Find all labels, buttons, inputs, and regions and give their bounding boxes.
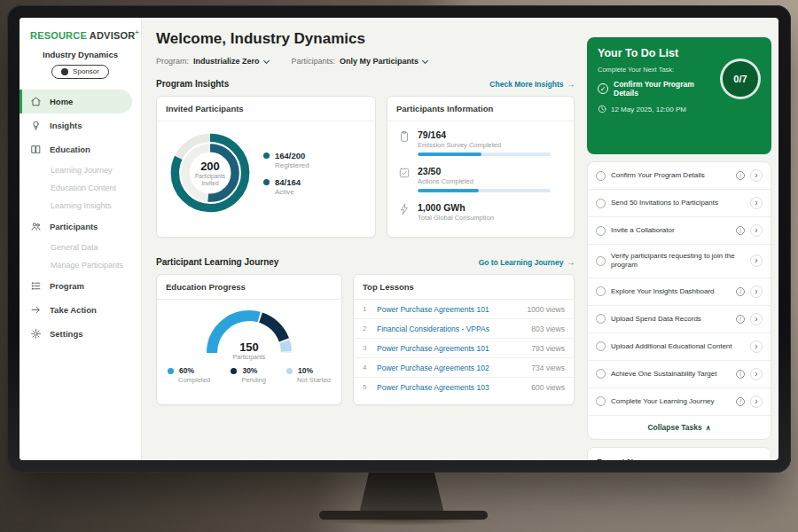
arrow-right-icon: → (567, 258, 575, 267)
chevron-right-icon[interactable]: › (750, 313, 763, 325)
people-icon (30, 221, 42, 232)
info-icon[interactable]: i (736, 226, 745, 235)
program-filter[interactable]: Program: Industrialize Zero (156, 57, 269, 66)
chevron-right-icon[interactable]: › (750, 395, 763, 408)
monitor-stand-base (319, 511, 488, 520)
task-row-complete-learning-journey[interactable]: Complete Your Learning Journey i › (588, 388, 771, 416)
lesson-rank: 4 (363, 364, 370, 372)
lesson-link[interactable]: Power Purchase Agreements 103 (377, 383, 524, 392)
info-icon[interactable]: i (736, 397, 745, 406)
lesson-rank: 1 (363, 305, 370, 313)
task-checkbox[interactable] (596, 199, 606, 208)
sponsor-icon (61, 68, 68, 75)
info-icon[interactable]: i (736, 370, 745, 379)
task-checkbox[interactable] (596, 171, 606, 181)
task-row-explore-insights[interactable]: Explore Your Insights Dashboard i › (588, 278, 771, 306)
sidebar-item-label: Program (50, 281, 84, 291)
emission-progress-fill (418, 153, 481, 156)
sidebar-item-general-data[interactable]: General Data (20, 239, 141, 256)
stat-label: Actions Completed (418, 177, 551, 185)
check-more-insights-link[interactable]: Check More Insights → (489, 80, 575, 89)
pending-dot (231, 368, 237, 374)
not-started-label: Not Started (297, 376, 331, 384)
top-lessons-title: Top Lessons (354, 275, 574, 300)
chevron-right-icon[interactable]: › (750, 224, 763, 237)
top-lessons-card: Top Lessons 1 Power Purchase Agreements … (353, 274, 575, 405)
sidebar-item-take-action[interactable]: Take Action (20, 298, 141, 322)
chevron-right-icon[interactable]: › (750, 286, 763, 298)
lesson-link[interactable]: Power Purchase Agreements 101 (377, 344, 524, 353)
todo-progress-ring: 0/7 (720, 59, 761, 99)
check-icon: ✓ (598, 83, 608, 94)
lesson-link[interactable]: Financial Considerations - VPPAs (377, 325, 524, 333)
collapse-tasks-button[interactable]: Collapse Tasks∧ (588, 416, 771, 439)
info-icon[interactable]: i (736, 315, 745, 324)
sidebar-item-home[interactable]: Home (20, 90, 132, 113)
lesson-row: 2 Financial Considerations - VPPAs 803 v… (354, 319, 574, 339)
sidebar-item-learning-insights[interactable]: Learning Insights (20, 197, 141, 215)
task-row-upload-educational-content[interactable]: Upload Additional Educational Content › (588, 333, 771, 361)
invited-card-title: Invited Participants (157, 97, 375, 121)
recent-news-title: Recent News (597, 457, 649, 460)
task-label: Invite a Collaborator (611, 226, 731, 235)
stat-value: 23/50 (418, 166, 551, 176)
chevron-right-icon[interactable]: › (750, 340, 763, 353)
participants-information-card: Participants Information 79/164 Emission… (387, 96, 575, 238)
task-row-upload-spend-data[interactable]: Upload Spend Data Records i › (588, 306, 771, 333)
task-checkbox[interactable] (596, 226, 606, 236)
sidebar-item-education-content[interactable]: Education Content (20, 179, 141, 197)
sidebar-item-settings[interactable]: Settings (20, 322, 141, 346)
sidebar-item-program[interactable]: Program (20, 274, 141, 298)
task-row-achieve-target[interactable]: Achieve One Sustainability Target i › (588, 361, 771, 388)
task-row-send-invitations[interactable]: Send 50 Invitations to Participants › (588, 190, 771, 217)
chevron-right-icon[interactable]: › (750, 197, 763, 209)
task-checkbox[interactable] (596, 256, 606, 266)
task-row-verify-participants[interactable]: Verify participants requesting to join t… (588, 245, 771, 278)
lesson-row: 5 Power Purchase Agreements 103 600 view… (354, 378, 574, 396)
task-checkbox[interactable] (596, 286, 606, 296)
chevron-right-icon[interactable]: › (750, 254, 763, 267)
chevron-right-icon[interactable]: › (750, 169, 763, 182)
sponsor-badge[interactable]: Sponsor (51, 65, 109, 79)
go-to-learning-journey-link[interactable]: Go to Learning Journey → (479, 258, 575, 267)
brand-secondary: ADVISOR (90, 30, 136, 41)
stat-emission-survey: 79/164 Emission Survey Completed (398, 129, 563, 156)
legend-completed: 60% Completed (168, 366, 210, 384)
active-value: 84/164 (275, 177, 301, 187)
info-card-body: 79/164 Emission Survey Completed 23/50 A… (387, 121, 574, 239)
sidebar-item-participants[interactable]: Participants (20, 215, 141, 239)
task-label: Confirm Your Program Details (611, 171, 731, 180)
lesson-rank: 2 (363, 325, 370, 332)
task-checkbox[interactable] (596, 341, 606, 351)
task-label: Complete Your Learning Journey (611, 397, 731, 406)
task-checkbox[interactable] (596, 314, 606, 324)
info-icon[interactable]: i (736, 287, 745, 296)
education-gauge-chart: 150 Participants (200, 305, 298, 360)
task-checkbox[interactable] (596, 396, 606, 406)
todo-task-list: Confirm Your Program Details i › Send 50… (587, 161, 771, 440)
lesson-row: 4 Power Purchase Agreements 102 734 view… (354, 358, 574, 378)
info-icon[interactable]: i (736, 171, 745, 180)
registered-value: 164/200 (275, 151, 305, 160)
invited-donut-chart: 200 Participants Invited (168, 130, 253, 215)
todo-title: Your To Do List (598, 47, 761, 59)
task-row-invite-collaborator[interactable]: Invite a Collaborator i › (588, 217, 771, 245)
sidebar-item-manage-participants[interactable]: Manage Participants (20, 256, 141, 274)
participants-filter[interactable]: Participants: Only My Participants (292, 57, 428, 66)
education-legend: 60% Completed 30% Pending 10% Not Starte… (157, 360, 341, 384)
todo-panel: Your To Do List Complete Your Next Task:… (587, 37, 771, 460)
monitor-stand-neck (359, 471, 444, 513)
lesson-link[interactable]: Power Purchase Agreements 101 (377, 305, 520, 314)
donut-center-label: Participants Invited (190, 173, 231, 187)
completed-dot (168, 368, 174, 374)
task-checkbox[interactable] (596, 369, 606, 379)
sidebar-item-education[interactable]: Education (20, 137, 141, 161)
checklist-icon (398, 167, 411, 179)
task-row-confirm-program[interactable]: Confirm Your Program Details i › (588, 162, 771, 190)
chevron-right-icon[interactable]: › (750, 368, 763, 380)
registered-label: Registered (275, 161, 309, 169)
sidebar-item-learning-journey[interactable]: Learning Journey (20, 161, 141, 179)
sidebar-item-insights[interactable]: Insights (20, 113, 141, 137)
lesson-views: 803 views (531, 325, 565, 333)
lesson-link[interactable]: Power Purchase Agreements 102 (377, 364, 524, 372)
